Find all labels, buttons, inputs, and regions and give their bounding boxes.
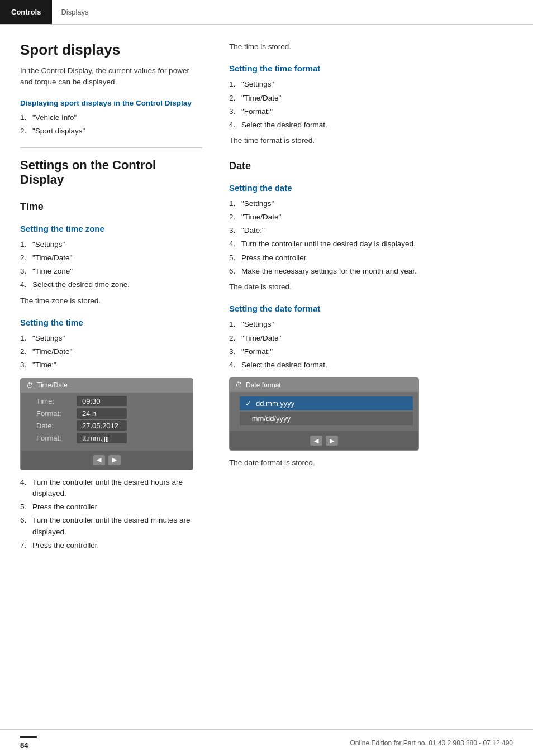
time-format-header: Setting the time format [229, 64, 513, 73]
displays-tab-label: Displays [61, 8, 88, 16]
screen-row-format1: Format: 24 h [36, 408, 187, 419]
format1-value: 24 h [77, 408, 127, 419]
date-format-list: 1. "Settings" 2. "Time/Date" 3. "Format:… [229, 319, 513, 371]
list-item: 3. "Format:" [229, 106, 513, 117]
date-label: Date: [36, 422, 77, 430]
time-stored-text: The time is stored. [229, 41, 513, 52]
list-item: 3. "Time zone" [20, 266, 202, 277]
list-item: 4. Select the desired format. [229, 119, 513, 131]
list-item: 4. Select the desired time zone. [20, 279, 202, 290]
date-format-right-arrow: ▶ [326, 436, 338, 446]
left-arrow: ◀ [93, 455, 105, 465]
list-item: 7. Press the controller. [20, 540, 202, 551]
time-zone-result: The time zone is stored. [20, 295, 202, 307]
date-format-left-arrow: ◀ [310, 436, 322, 446]
displays-tab[interactable]: Displays [52, 0, 97, 24]
time-date-screen: ⏱ Time/Date Time: 09:30 Format: 24 h Dat… [20, 378, 193, 470]
date-format-screen-title: Date format [246, 381, 281, 389]
list-item: 2. "Time/Date" [229, 212, 513, 223]
list-item: 3. "Format:" [229, 346, 513, 357]
settings-control-title: Settings on the Control Display [20, 158, 202, 188]
date-result: The date is stored. [229, 281, 513, 293]
time-zone-header: Setting the time zone [20, 224, 202, 233]
list-item: 6. Turn the controller until the desired… [20, 515, 202, 538]
list-item: 1. "Settings" [20, 239, 202, 250]
screen-row-date: Date: 27.05.2012 [36, 420, 187, 431]
screen-title: Time/Date [37, 381, 68, 389]
page-number: 84 [20, 741, 28, 749]
list-item: 5. Press the controller. [20, 501, 202, 513]
list-item: 2. "Time/Date" [229, 93, 513, 104]
page-footer: 84 Online Edition for Part no. 01 40 2 9… [0, 729, 533, 756]
screen-titlebar: ⏱ Time/Date [21, 379, 193, 393]
list-item: 2. "Time/Date" [20, 346, 202, 357]
right-arrow: ▶ [108, 455, 121, 465]
screen-footer: ◀ ▶ [21, 451, 193, 470]
main-content: Sport displays In the Control Display, t… [0, 25, 533, 588]
list-item: 1. "Settings" [20, 333, 202, 344]
time-zone-list: 1. "Settings" 2. "Time/Date" 3. "Time zo… [20, 239, 202, 291]
calendar-icon: ⏱ [235, 381, 242, 389]
empty-checkmark [245, 414, 248, 423]
screen-row-format2: Format: tt.mm.jjjj [36, 433, 187, 443]
list-item: 1. "Vehicle Info" [20, 112, 202, 123]
screen-body: Time: 09:30 Format: 24 h Date: 27.05.201… [21, 393, 193, 451]
date-format-nav-arrows: ◀ ▶ [310, 436, 338, 446]
left-column: Sport displays In the Control Display, t… [0, 41, 218, 554]
list-item: 5. Press the controller. [229, 252, 513, 264]
format1-label: Format: [36, 409, 77, 418]
screen-row-time: Time: 09:30 [36, 396, 187, 406]
time-format-list: 1. "Settings" 2. "Time/Date" 3. "Format:… [229, 79, 513, 131]
sport-displays-intro: In the Control Display, the current valu… [20, 65, 202, 88]
time-heading: Time [20, 201, 202, 213]
date-format-header: Setting the date format [229, 304, 513, 313]
page-header: Controls Displays [0, 0, 533, 25]
list-item: 4. Turn the controller until the desired… [229, 238, 513, 250]
date-format-titlebar: ⏱ Date format [230, 378, 418, 392]
format2-label: Format: [36, 434, 77, 442]
list-item: 1. "Settings" [229, 319, 513, 330]
footer-online-text: Online Edition for Part no. 01 40 2 903 … [350, 739, 513, 747]
date-heading: Date [229, 160, 513, 172]
list-item: 6. Make the necessary settings for the m… [229, 266, 513, 277]
nav-arrows: ◀ ▶ [93, 455, 121, 465]
date-format-result: The date format is stored. [229, 457, 513, 468]
date-format-option-1: ✓ dd.mm.yyyy [240, 396, 413, 410]
setting-time-continued-list: 4. Turn the controller until the desired… [20, 477, 202, 552]
displaying-sport-header: Displaying sport displays in the Control… [20, 98, 202, 108]
list-item: 3. "Time:" [20, 360, 202, 371]
footer-left: 84 [20, 736, 37, 749]
list-item: 1. "Settings" [229, 79, 513, 90]
setting-date-list: 1. "Settings" 2. "Time/Date" 3. "Date:" … [229, 198, 513, 277]
controls-tab-label: Controls [11, 8, 41, 16]
list-item: 4. Turn the controller until the desired… [20, 477, 202, 500]
time-label: Time: [36, 397, 77, 405]
clock-icon: ⏱ [26, 381, 34, 390]
checkmark-icon: ✓ [245, 399, 251, 408]
date-value: 27.05.2012 [77, 420, 127, 431]
displaying-sport-list: 1. "Vehicle Info" 2. "Sport displays" [20, 112, 202, 137]
date-format-screen-footer: ◀ ▶ [230, 431, 418, 450]
time-value: 09:30 [77, 396, 127, 406]
list-item: 4. Select the desired format. [229, 360, 513, 371]
setting-time-header: Setting the time [20, 318, 202, 327]
divider [20, 147, 202, 148]
date-format-screen: ⏱ Date format ✓ dd.mm.yyyy mm/dd/yyyy ◀ … [229, 377, 419, 451]
date-format-screen-body: ✓ dd.mm.yyyy mm/dd/yyyy [230, 392, 418, 431]
right-column: The time is stored. Setting the time for… [218, 41, 533, 554]
controls-tab[interactable]: Controls [0, 0, 52, 24]
time-format-result: The time format is stored. [229, 135, 513, 146]
list-item: 3. "Date:" [229, 225, 513, 236]
list-item: 2. "Time/Date" [20, 252, 202, 264]
list-item: 2. "Time/Date" [229, 333, 513, 344]
list-item: 2. "Sport displays" [20, 126, 202, 137]
setting-date-header: Setting the date [229, 183, 513, 193]
format2-value: tt.mm.jjjj [77, 433, 127, 443]
date-format-option-2: mm/dd/yyyy [240, 412, 413, 425]
list-item: 1. "Settings" [229, 198, 513, 209]
setting-time-list: 1. "Settings" 2. "Time/Date" 3. "Time:" [20, 333, 202, 371]
sport-displays-title: Sport displays [20, 41, 202, 59]
